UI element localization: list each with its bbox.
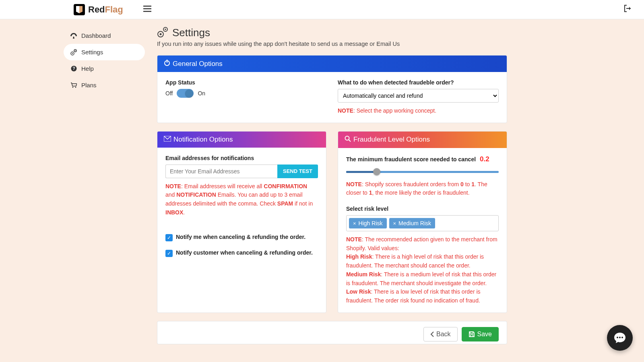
- svg-point-24: [619, 337, 621, 338]
- logout-icon[interactable]: [624, 5, 632, 14]
- notification-options-card: Notification Options Email addresses for…: [157, 131, 326, 313]
- save-icon: [469, 331, 475, 337]
- email-addresses-label: Email addresses for notifications: [165, 155, 318, 161]
- score-label: The minimum fraudulent score needed to c…: [346, 156, 476, 162]
- gears-icon: [70, 49, 77, 56]
- cart-icon: [70, 82, 77, 88]
- svg-rect-2: [143, 8, 151, 10]
- gears-icon: [157, 27, 168, 39]
- sidebar-item-label: Settings: [81, 49, 103, 56]
- app-status-label: App Status: [165, 79, 326, 86]
- send-test-button[interactable]: SEND TEST: [277, 165, 318, 178]
- svg-rect-22: [471, 335, 473, 337]
- page-title: Settings: [172, 27, 210, 39]
- svg-rect-1: [143, 6, 151, 7]
- fraud-level-card: Fraudulent Level Options The minimum fra…: [338, 131, 507, 313]
- sidebar-item-dashboard[interactable]: Dashboard: [64, 27, 145, 44]
- chip-high-risk[interactable]: ×High Risk: [349, 218, 387, 228]
- svg-rect-3: [143, 11, 151, 12]
- remove-chip-icon[interactable]: ×: [353, 220, 356, 226]
- toggle-off-label: Off: [165, 90, 173, 97]
- svg-point-13: [160, 33, 162, 35]
- search-icon: [345, 136, 351, 144]
- svg-point-23: [617, 337, 618, 338]
- notification-note: NOTE: Email addresses will receive all C…: [165, 182, 318, 217]
- svg-rect-17: [167, 60, 167, 63]
- remove-chip-icon[interactable]: ×: [393, 220, 396, 226]
- hamburger-icon[interactable]: [143, 5, 151, 14]
- sidebar-item-plans[interactable]: Plans: [64, 77, 145, 93]
- power-icon: [164, 60, 170, 68]
- svg-point-19: [345, 136, 349, 140]
- fraud-action-label: What to do when detected fraudeble order…: [338, 79, 499, 86]
- chip-medium-risk[interactable]: ×Medium Risk: [389, 218, 436, 228]
- app-status-toggle[interactable]: [177, 89, 194, 98]
- topbar: RedFlag: [0, 0, 644, 19]
- sidebar-item-label: Plans: [81, 82, 97, 88]
- sidebar-item-help[interactable]: ? Help: [64, 60, 145, 77]
- brand-flag: Flag: [105, 4, 123, 15]
- risk-note: NOTE: The recommended action given to th…: [346, 235, 499, 305]
- fraud-action-select[interactable]: Automatically cancel and refund: [338, 89, 499, 103]
- risk-level-select[interactable]: ×High Risk ×Medium Risk: [346, 215, 499, 231]
- sidebar-item-label: Help: [81, 65, 94, 72]
- svg-point-11: [75, 86, 76, 88]
- svg-text:?: ?: [72, 66, 75, 71]
- chevron-left-icon: [430, 331, 434, 337]
- section-title: Notification Options: [173, 136, 233, 144]
- svg-point-5: [72, 53, 73, 54]
- logo[interactable]: RedFlag: [73, 3, 123, 16]
- svg-point-7: [75, 50, 76, 51]
- section-title: Fraudulent Level Options: [353, 136, 430, 144]
- notify-me-label: Notify me when canceling & refunding the…: [176, 234, 305, 240]
- save-button[interactable]: Save: [462, 327, 499, 341]
- dashboard-icon: [70, 33, 77, 39]
- chat-fab[interactable]: [607, 325, 633, 351]
- back-button[interactable]: Back: [423, 327, 458, 341]
- toggle-on-label: On: [198, 90, 205, 97]
- brand-red: Red: [88, 4, 105, 15]
- general-note: NOTE: Select the app working concept.: [338, 107, 499, 115]
- page-subtitle: If you run into any issues while using t…: [157, 41, 507, 47]
- actions-card: Back Save: [157, 321, 507, 344]
- section-title: General Options: [173, 60, 223, 68]
- notify-customer-label: Notify customer when canceling & refundi…: [176, 249, 313, 256]
- notify-customer-checkbox[interactable]: ✓: [165, 250, 173, 257]
- shield-icon: [73, 3, 86, 16]
- svg-point-15: [165, 29, 166, 30]
- svg-rect-21: [470, 332, 473, 333]
- risk-level-label: Select risk level: [346, 206, 499, 212]
- score-value: 0.2: [480, 155, 489, 163]
- sidebar-item-settings[interactable]: Settings: [64, 44, 145, 60]
- notify-me-checkbox[interactable]: ✓: [165, 234, 173, 241]
- email-input[interactable]: [165, 165, 277, 178]
- envelope-icon: [164, 136, 171, 144]
- svg-point-25: [621, 337, 623, 338]
- help-icon: ?: [70, 66, 77, 72]
- sidebar: Dashboard Settings ? Help Plans: [56, 19, 145, 360]
- sidebar-item-label: Dashboard: [81, 32, 111, 39]
- svg-point-10: [72, 86, 74, 88]
- general-options-card: General Options App Status Off On What t…: [157, 55, 507, 123]
- chat-icon: [613, 331, 627, 345]
- score-note: NOTE: Shopify scores fraudulent orders f…: [346, 180, 499, 197]
- score-slider[interactable]: [346, 167, 499, 176]
- svg-line-20: [349, 140, 351, 142]
